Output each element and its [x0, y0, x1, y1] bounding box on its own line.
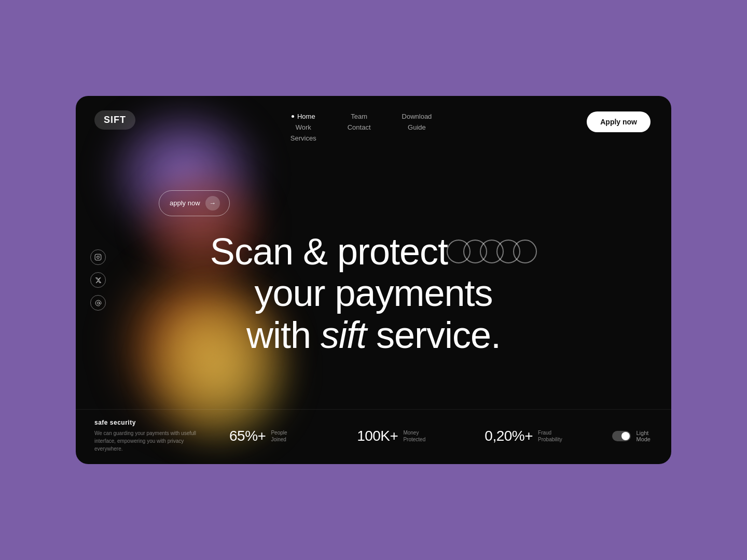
- brand-title: safe security: [94, 419, 229, 426]
- stat-fraud: 0,20%+ Fraud Probability: [485, 428, 612, 444]
- hero-line-1: Scan & protect: [210, 231, 537, 273]
- nav-col-1: Home Work Services: [290, 113, 316, 142]
- hero-apply-row: apply now →: [117, 185, 630, 227]
- brand-desc: We can guarding your payments with usefu…: [94, 429, 198, 453]
- arrow-right-icon: →: [205, 196, 220, 211]
- stat-money: 100K+ Money Protected: [357, 428, 485, 444]
- hero-apply-button[interactable]: apply now →: [159, 190, 230, 216]
- hero-text-scan: Scan & protect: [210, 231, 448, 273]
- social-sidebar: [90, 249, 106, 311]
- nav-contact[interactable]: Contact: [348, 123, 371, 131]
- stat-money-number: 100K+: [357, 428, 398, 444]
- nav-home[interactable]: Home: [292, 113, 315, 120]
- nav-col-2: Team Contact: [348, 113, 371, 131]
- nav-work[interactable]: Work: [296, 123, 311, 131]
- hero-text-sift: sift: [321, 314, 366, 356]
- toggle-knob: [621, 432, 630, 440]
- apply-now-button[interactable]: Apply now: [587, 111, 651, 132]
- x-twitter-icon[interactable]: [90, 272, 106, 288]
- nav-services[interactable]: Services: [290, 134, 316, 142]
- svg-rect-0: [95, 254, 101, 260]
- circle-5: [513, 240, 537, 263]
- hero-text-payments: your payments: [254, 272, 492, 314]
- nav-col-3: Download Guide: [402, 113, 432, 131]
- svg-point-2: [100, 255, 100, 256]
- theme-toggle[interactable]: [612, 431, 631, 441]
- main-card: SIFT Home Work Services Team Contact Dow…: [76, 96, 671, 464]
- hero-line-3: with sift service.: [210, 314, 537, 356]
- stat-people: 65%+ People Joined: [229, 428, 357, 444]
- svg-point-3: [97, 302, 99, 304]
- navbar: SIFT Home Work Services Team Contact Dow…: [76, 96, 671, 142]
- stat-people-number: 65%+: [229, 428, 266, 444]
- footer-brand: safe security We can guarding your payme…: [94, 419, 229, 453]
- instagram-icon[interactable]: [90, 249, 106, 265]
- logo: SIFT: [104, 115, 126, 125]
- at-sign-icon[interactable]: [90, 295, 106, 311]
- hero-text-with: with: [246, 314, 321, 356]
- footer-bar: safe security We can guarding your payme…: [76, 409, 671, 464]
- theme-toggle-block: LightMode: [612, 430, 651, 442]
- nav-guide[interactable]: Guide: [408, 123, 426, 131]
- logo-wrapper: SIFT: [94, 110, 135, 130]
- stat-fraud-number: 0,20%+: [485, 428, 533, 444]
- nav-dot: [292, 115, 294, 118]
- page-background: SIFT Home Work Services Team Contact Dow…: [0, 0, 747, 560]
- hero-heading: Scan & protect your payments with sift s…: [210, 231, 537, 356]
- hero-line-2: your payments: [210, 272, 537, 314]
- nav-download[interactable]: Download: [402, 113, 432, 120]
- toggle-label: LightMode: [636, 430, 651, 442]
- circles-decoration: [454, 240, 537, 263]
- stat-money-label: Money Protected: [403, 429, 425, 443]
- nav-center: Home Work Services Team Contact Download…: [290, 110, 432, 142]
- stat-people-label: People Joined: [271, 429, 287, 443]
- nav-team[interactable]: Team: [351, 113, 367, 120]
- hero-section: apply now → Scan & protect your: [76, 132, 671, 409]
- hero-text-service: service.: [366, 314, 501, 356]
- stat-fraud-label: Fraud Probability: [538, 429, 562, 443]
- svg-point-1: [97, 256, 100, 259]
